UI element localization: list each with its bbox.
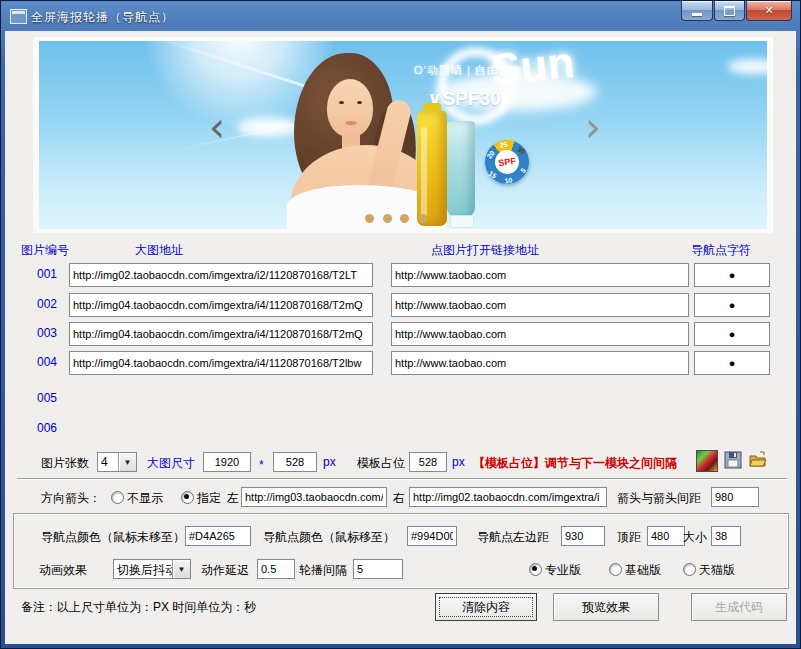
dot-color-on-input[interactable]	[407, 526, 457, 546]
animation-effect-label: 动画效果	[39, 562, 87, 579]
minimize-button[interactable]	[681, 1, 713, 21]
dot-left-margin-input[interactable]	[561, 526, 605, 546]
link-url-input[interactable]	[391, 293, 689, 317]
row-number: 001	[29, 267, 65, 281]
big-image-size-label: 大图尺寸	[147, 455, 195, 472]
spf-badge-center: SPF	[493, 148, 520, 175]
template-placeholder-input[interactable]	[409, 452, 447, 472]
arrow-hide-label: 不显示	[127, 490, 163, 507]
separator-line	[17, 478, 787, 480]
clear-content-button[interactable]: 清除内容	[435, 593, 537, 621]
big-image-url-input[interactable]	[69, 322, 373, 346]
dot-color-off-input[interactable]	[185, 526, 251, 546]
image-count-select[interactable]: 4 ▼	[97, 452, 137, 472]
arrow-specify-label: 指定	[197, 490, 221, 507]
arrow-gap-label: 箭头与箭头间距	[617, 490, 701, 507]
spf-badge-number: 10	[504, 176, 513, 184]
spf-badge-number: 30	[516, 145, 526, 155]
open-folder-icon[interactable]	[748, 450, 768, 470]
animation-effect-select[interactable]: 切换后抖动 ▼	[113, 559, 191, 579]
model-face	[327, 79, 373, 137]
model-eye	[339, 101, 344, 104]
animation-effect-value: 切换后抖动	[114, 560, 172, 578]
big-image-url-input[interactable]	[69, 293, 373, 317]
cloud	[727, 59, 767, 74]
image-count-label: 图片张数	[41, 455, 89, 472]
action-delay-input[interactable]	[257, 559, 295, 579]
spf-badge: 20 25 30 15 10 5 SPF	[482, 137, 532, 187]
row-number: 004	[29, 355, 65, 369]
carousel-dot[interactable]	[400, 214, 409, 223]
dot-top-margin-input[interactable]	[647, 526, 685, 546]
big-image-url-input[interactable]	[69, 263, 373, 287]
template-placeholder-hint: 【模板占位】调节与下一模块之间间隔	[473, 455, 677, 472]
chevron-down-icon[interactable]: ▼	[118, 453, 136, 471]
app-icon	[10, 9, 27, 24]
banner-preview: Sun O’动防晒｜自由自在 ∨SPF30 20 25 30 15	[39, 41, 767, 229]
edition-basic-label: 基础版	[625, 562, 661, 579]
header-big-image-url: 大图地址	[135, 242, 183, 259]
carousel-dot[interactable]	[418, 214, 427, 223]
model-lips	[345, 121, 357, 125]
client-area: Sun O’动防晒｜自由自在 ∨SPF30 20 25 30 15	[5, 31, 796, 644]
link-url-input[interactable]	[391, 351, 689, 375]
nav-char-input[interactable]	[694, 322, 770, 346]
arrow-left-url-input[interactable]	[241, 487, 387, 507]
carousel-dot[interactable]	[365, 214, 374, 223]
carousel-prev-arrow[interactable]: ‹	[209, 107, 225, 147]
row-number: 002	[29, 297, 65, 311]
carousel-interval-input[interactable]	[353, 559, 403, 579]
save-icon[interactable]	[723, 450, 743, 470]
close-button[interactable]: ✕	[746, 1, 792, 21]
sunscreen-bottle-stripe	[421, 127, 427, 217]
dot-top-margin-label: 顶距	[617, 529, 641, 546]
banner-brand-text: O’动防晒｜自由自在	[414, 63, 523, 78]
maximize-button[interactable]	[714, 1, 745, 21]
spf-badge-label: SPF	[498, 156, 517, 168]
carousel-dot[interactable]	[383, 214, 392, 223]
arrow-hide-radio[interactable]	[111, 491, 124, 504]
dot-left-margin-label: 导航点左边距	[477, 529, 549, 546]
image-width-input[interactable]	[203, 452, 251, 472]
nav-char-input[interactable]	[694, 293, 770, 317]
edition-tmall-radio[interactable]	[683, 563, 696, 576]
close-icon: ✕	[764, 4, 773, 17]
template-placeholder-label: 模板占位	[357, 455, 405, 472]
spf-badge-number: 25	[499, 141, 508, 149]
big-image-url-input[interactable]	[69, 351, 373, 375]
arrow-right-url-input[interactable]	[409, 487, 607, 507]
sunscreen-tube-cap	[450, 215, 474, 228]
header-link-url: 点图片打开链接地址	[431, 242, 539, 259]
dot-color-off-label: 导航点颜色（鼠标未移至）	[41, 529, 185, 546]
arrow-left-label: 左	[227, 490, 239, 507]
window-controls: ✕	[681, 1, 792, 21]
size-separator: *	[259, 458, 264, 472]
edition-basic-radio[interactable]	[609, 563, 622, 576]
title-bar[interactable]: 全屏海报轮播（导航点） ✕	[1, 1, 800, 31]
link-url-input[interactable]	[391, 322, 689, 346]
image-count-value: 4	[98, 453, 118, 471]
footer-note: 备注：以上尺寸单位为：PX 时间单位为：秒	[21, 599, 256, 616]
action-delay-label: 动作延迟	[201, 562, 249, 579]
chevron-down-icon[interactable]: ▼	[172, 560, 190, 578]
dot-size-input[interactable]	[711, 526, 741, 546]
edition-pro-radio[interactable]	[529, 563, 542, 576]
image-height-input[interactable]	[273, 452, 317, 472]
arrow-gap-input[interactable]	[711, 487, 759, 507]
cloud	[237, 117, 299, 137]
dot-color-on-label: 导航点颜色（鼠标移至）	[263, 529, 395, 546]
color-picker-icon[interactable]	[696, 450, 718, 472]
nav-char-input[interactable]	[694, 263, 770, 287]
nav-char-input[interactable]	[694, 351, 770, 375]
window-title: 全屏海报轮播（导航点）	[31, 9, 174, 26]
carousel-interval-label: 轮播间隔	[299, 562, 347, 579]
header-image-number: 图片编号	[21, 242, 69, 259]
arrow-specify-radio[interactable]	[181, 491, 194, 504]
preview-effect-button[interactable]: 预览效果	[553, 593, 659, 621]
edition-pro-label: 专业版	[545, 562, 581, 579]
link-url-input[interactable]	[391, 263, 689, 287]
carousel-next-arrow[interactable]: ›	[585, 107, 601, 147]
header-nav-char: 导航点字符	[691, 242, 751, 259]
generate-code-button[interactable]: 生成代码	[691, 593, 787, 621]
maximize-icon	[724, 6, 735, 16]
